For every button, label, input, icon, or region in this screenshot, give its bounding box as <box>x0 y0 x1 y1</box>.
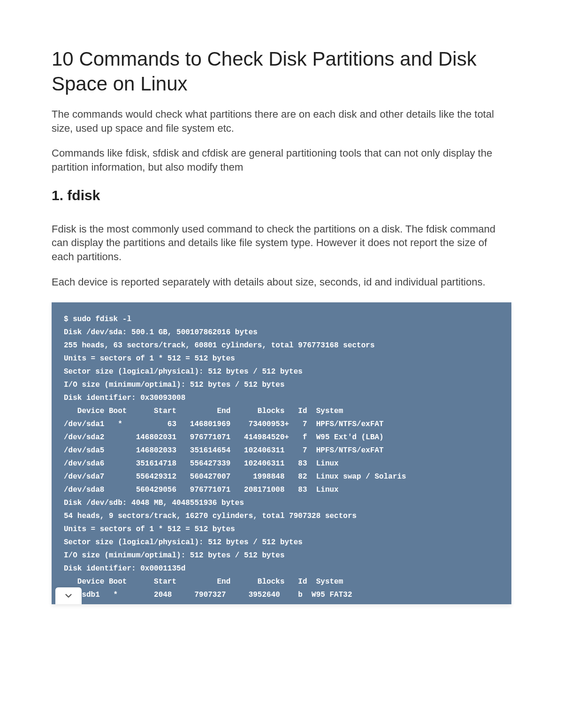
section-heading-fdisk: 1. fdisk <box>52 188 511 203</box>
fdisk-code-block: $ sudo fdisk -l Disk /dev/sda: 500.1 GB,… <box>52 302 511 604</box>
page-title: 10 Commands to Check Disk Partitions and… <box>52 47 511 96</box>
document-page: 10 Commands to Check Disk Partitions and… <box>0 0 563 632</box>
fdisk-paragraph-2: Each device is reported separately with … <box>52 275 511 289</box>
intro-paragraph-2: Commands like fdisk, sfdisk and cfdisk a… <box>52 146 511 174</box>
fdisk-paragraph-1: Fdisk is the most commonly used command … <box>52 222 511 264</box>
expand-code-button[interactable] <box>55 587 82 604</box>
intro-paragraph-1: The commands would check what partitions… <box>52 107 511 135</box>
chevron-down-icon <box>63 591 74 601</box>
